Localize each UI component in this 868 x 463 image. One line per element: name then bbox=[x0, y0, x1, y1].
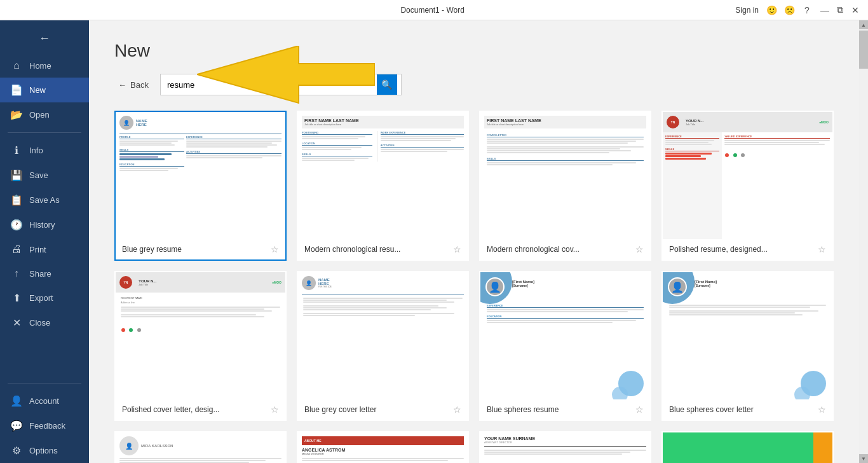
share-icon: ↑ bbox=[10, 268, 23, 279]
template-card[interactable]: YOUR NAME SURNAME ASSISTANT DIRECTOR bbox=[479, 431, 651, 463]
sidebar-item-share[interactable]: ↑ Share bbox=[0, 261, 89, 286]
page-title: New bbox=[114, 41, 834, 61]
restore-icon[interactable]: ⧉ bbox=[832, 3, 848, 18]
template-label: Blue spheres cover letter ☆ bbox=[663, 399, 832, 420]
template-name: Polished cover letter, desig... bbox=[122, 405, 219, 414]
star-icon[interactable]: ☆ bbox=[271, 404, 279, 415]
template-card[interactable]: FIRST NAME LAST NAME Job title or short … bbox=[297, 111, 469, 261]
sign-in-link[interactable]: Sign in bbox=[733, 6, 761, 15]
sidebar-item-open[interactable]: 📂 Open bbox=[0, 102, 89, 127]
sidebar-item-label: Share bbox=[29, 269, 51, 279]
minimize-icon[interactable]: — bbox=[817, 3, 832, 18]
template-thumbnail: ABOUT ME ANGELICA ASTROM MEDIA DESIGNER bbox=[298, 432, 468, 463]
template-card[interactable]: YN YOUR N... Job Title ●MOO EXPERIENCE bbox=[661, 111, 834, 261]
history-icon: 🕐 bbox=[10, 219, 23, 231]
back-label: Back bbox=[130, 80, 149, 90]
template-card[interactable]: 👤 NAME HERE PROFILE bbox=[114, 111, 287, 261]
search-button[interactable]: 🔍 bbox=[377, 74, 397, 95]
star-icon[interactable]: ☆ bbox=[453, 404, 461, 415]
template-name: Modern chronological cov... bbox=[487, 245, 580, 254]
info-icon: ℹ bbox=[10, 144, 23, 156]
star-icon[interactable]: ☆ bbox=[635, 404, 644, 415]
template-name: Blue spheres cover letter bbox=[669, 405, 754, 414]
search-input[interactable] bbox=[161, 76, 377, 93]
sidebar: ← ⌂ Home 📄 New 📂 Open ℹ Info 💾 Save 📋 Sa… bbox=[0, 20, 89, 463]
sidebar-item-home[interactable]: ⌂ Home bbox=[0, 53, 89, 78]
sidebar-back-button[interactable]: ← bbox=[32, 25, 57, 51]
sidebar-item-print[interactable]: 🖨 Print bbox=[0, 237, 89, 261]
scrollbar-up-button[interactable]: ▲ bbox=[859, 20, 868, 29]
template-label: Polished resume, designed... ☆ bbox=[663, 239, 832, 259]
search-input-wrap: 🔍 bbox=[160, 74, 402, 95]
template-thumbnail: FIRST NAME LAST NAME Job title or short … bbox=[298, 112, 468, 239]
sidebar-item-label: New bbox=[29, 85, 46, 95]
star-icon[interactable]: ☆ bbox=[271, 244, 279, 254]
template-thumbnail: YOUR NAME SURNAME ASSISTANT DIRECTOR bbox=[480, 432, 650, 463]
main-layout: ← ⌂ Home 📄 New 📂 Open ℹ Info 💾 Save 📋 Sa… bbox=[0, 20, 868, 463]
template-label: Modern chronological cov... ☆ bbox=[480, 239, 650, 259]
template-label: Polished cover letter, desig... ☆ bbox=[116, 399, 285, 420]
sidebar-item-account[interactable]: 👤 Account bbox=[0, 389, 89, 413]
sidebar-item-new[interactable]: 📄 New bbox=[0, 78, 89, 102]
template-card[interactable]: ABOUT ME ANGELICA ASTROM MEDIA DESIGNER bbox=[297, 431, 469, 463]
sidebar-item-history[interactable]: 🕐 History bbox=[0, 212, 89, 237]
print-icon: 🖨 bbox=[10, 244, 23, 255]
star-icon[interactable]: ☆ bbox=[635, 244, 644, 254]
template-card[interactable]: 👤 [First Name] [Surname] EXPERIENCE EDUC… bbox=[479, 271, 651, 421]
sidebar-bottom: 👤 Account 💬 Feedback ⚙ Options bbox=[0, 378, 89, 463]
sidebar-item-label: Close bbox=[29, 318, 50, 328]
back-button[interactable]: ← Back bbox=[114, 78, 153, 92]
star-icon[interactable]: ☆ bbox=[818, 244, 826, 254]
template-card[interactable] bbox=[661, 431, 834, 463]
close-doc-icon: ✕ bbox=[10, 317, 23, 329]
sidebar-item-label: Save bbox=[29, 170, 48, 180]
open-icon: 📂 bbox=[10, 109, 23, 121]
sidebar-item-label: Save As bbox=[29, 195, 60, 205]
template-thumbnail: YN YOUR N... Job Title ●MOO EXPERIENCE bbox=[663, 112, 832, 239]
template-name: Blue grey cover letter bbox=[304, 405, 376, 414]
template-thumbnail: 👤 MIRA KARLSSON bbox=[116, 432, 285, 463]
export-icon: ⬆ bbox=[10, 292, 23, 304]
template-card[interactable]: 👤 NAME HERE FOR THIS JOB bbox=[297, 271, 469, 421]
back-arrow-icon: ← bbox=[118, 80, 126, 90]
emoji-frown-icon[interactable]: 🙁 bbox=[782, 3, 797, 18]
template-thumbnail bbox=[663, 432, 832, 463]
account-icon: 👤 bbox=[10, 395, 23, 407]
sidebar-item-info[interactable]: ℹ Info bbox=[0, 138, 89, 163]
scrollbar-thumb[interactable] bbox=[859, 31, 868, 69]
emoji-smile-icon[interactable]: 🙂 bbox=[764, 3, 779, 18]
template-card[interactable]: YN YOUR N... Job Title ●MOO RECIPIENT NA… bbox=[114, 271, 287, 421]
sidebar-item-export[interactable]: ⬆ Export bbox=[0, 286, 89, 310]
sidebar-item-label: Options bbox=[29, 446, 58, 455]
sidebar-item-label: Open bbox=[29, 110, 50, 120]
sidebar-item-options[interactable]: ⚙ Options bbox=[0, 438, 89, 463]
sidebar-item-label: History bbox=[29, 220, 55, 230]
sidebar-item-save[interactable]: 💾 Save bbox=[0, 163, 89, 188]
titlebar-title: Document1 - Word bbox=[132, 6, 733, 15]
scrollbar-down-button[interactable]: ▼ bbox=[859, 454, 868, 463]
feedback-icon: 💬 bbox=[10, 420, 23, 432]
sidebar-divider-2 bbox=[8, 383, 81, 384]
star-icon[interactable]: ☆ bbox=[818, 404, 826, 415]
sidebar-item-label: Print bbox=[29, 245, 46, 254]
template-thumbnail: 👤 NAME HERE PROFILE bbox=[116, 112, 285, 239]
sidebar-item-saveas[interactable]: 📋 Save As bbox=[0, 188, 89, 212]
template-thumbnail: 👤 NAME HERE FOR THIS JOB bbox=[298, 272, 468, 399]
home-icon: ⌂ bbox=[10, 60, 23, 71]
template-label: Blue spheres resume ☆ bbox=[480, 399, 650, 420]
template-card[interactable]: FIRST NAME LAST NAME Job title or short … bbox=[479, 111, 651, 261]
template-card[interactable]: 👤 MIRA KARLSSON bbox=[114, 431, 287, 463]
close-icon[interactable]: ✕ bbox=[848, 3, 863, 18]
titlebar-right: Sign in 🙂 🙁 ? — ⧉ ✕ bbox=[733, 3, 863, 18]
new-icon: 📄 bbox=[10, 84, 23, 96]
saveas-icon: 📋 bbox=[10, 194, 23, 206]
sidebar-item-feedback[interactable]: 💬 Feedback bbox=[0, 413, 89, 438]
sidebar-item-label: Home bbox=[29, 61, 51, 71]
help-icon[interactable]: ? bbox=[799, 3, 815, 18]
template-label: Blue grey cover letter ☆ bbox=[298, 399, 468, 420]
template-card[interactable]: 👤 [First Name] [Surname] bbox=[661, 271, 834, 421]
search-bar: ← Back 🔍 bbox=[114, 74, 834, 95]
sidebar-item-close[interactable]: ✕ Close bbox=[0, 310, 89, 335]
star-icon[interactable]: ☆ bbox=[453, 244, 461, 254]
scrollbar-track: ▲ ▼ bbox=[859, 20, 868, 463]
